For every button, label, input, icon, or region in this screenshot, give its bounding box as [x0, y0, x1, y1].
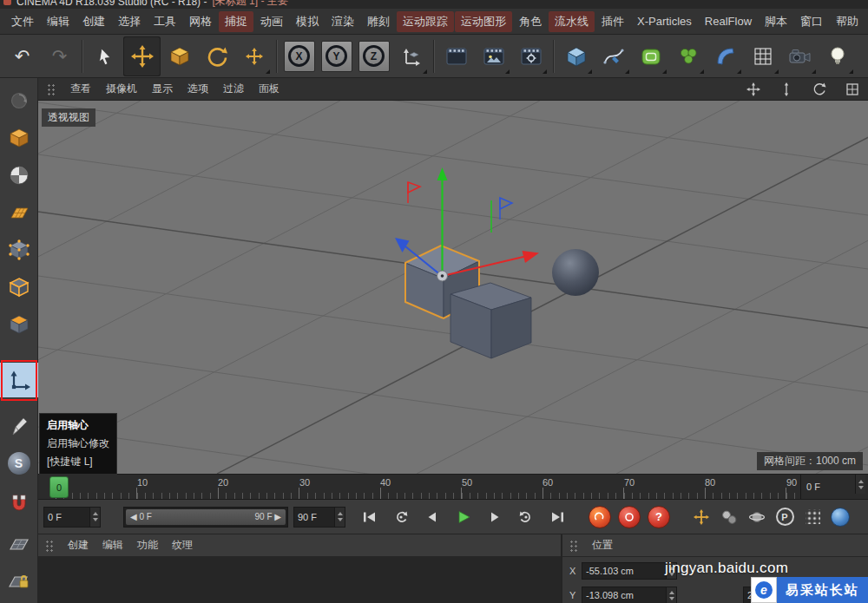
goto-end-button[interactable]: [542, 505, 573, 529]
texture-mode-button[interactable]: [0, 158, 38, 193]
viewport-menu-camera[interactable]: 摄像机: [106, 82, 137, 96]
lock-y-axis-button[interactable]: Y: [318, 36, 355, 76]
menu-item-script[interactable]: 脚本: [759, 11, 793, 32]
material-menu-create[interactable]: 创建: [68, 538, 89, 553]
viewport-solo-button[interactable]: [0, 409, 38, 443]
menu-item-mograph[interactable]: 运动图形: [455, 11, 512, 32]
material-menu-texture[interactable]: 纹理: [172, 538, 193, 553]
light-button[interactable]: [819, 36, 856, 76]
material-menu-function[interactable]: 功能: [137, 538, 158, 553]
menu-item-edit[interactable]: 编辑: [41, 11, 76, 32]
rotate-tool-button[interactable]: [198, 36, 235, 76]
undo-button[interactable]: ↶: [3, 36, 41, 76]
help-button[interactable]: ?: [648, 506, 670, 528]
menu-item-plugins[interactable]: 插件: [595, 11, 630, 32]
position-x-field[interactable]: -55.103 cm: [582, 562, 677, 580]
record-keyframe-button[interactable]: [589, 506, 611, 528]
menu-item-mesh[interactable]: 网格: [183, 11, 218, 32]
record-scale-button[interactable]: [718, 505, 740, 529]
goto-start-button[interactable]: [354, 505, 385, 529]
end-frame-field[interactable]: 90 F: [293, 507, 345, 528]
array-button[interactable]: [744, 36, 781, 76]
workplane-button[interactable]: [0, 527, 38, 561]
material-menu-edit[interactable]: 编辑: [102, 538, 123, 553]
ruler-frame-field[interactable]: 0 F: [800, 475, 868, 499]
viewport-toggle-button[interactable]: [843, 82, 861, 97]
viewport-menu-view[interactable]: 查看: [70, 82, 91, 96]
lock-workplane-button[interactable]: [0, 564, 38, 599]
last-used-tool-button[interactable]: [235, 36, 273, 76]
menu-item-tools[interactable]: 工具: [148, 11, 182, 32]
move-tool-button[interactable]: [123, 36, 161, 76]
viewport-canvas[interactable]: 透视视图 网格间距：1000 cm: [38, 101, 868, 474]
workplane-mode-button[interactable]: [0, 195, 38, 230]
subdivision-surface-button[interactable]: [632, 36, 669, 76]
viewport-zoom-button[interactable]: [777, 82, 795, 97]
goto-previous-frame-button[interactable]: [417, 505, 448, 529]
render-settings-button[interactable]: [512, 36, 549, 76]
record-parameter-button[interactable]: P: [773, 505, 796, 529]
record-position-button[interactable]: [690, 505, 713, 529]
play-button[interactable]: [448, 505, 479, 529]
menu-item-animate[interactable]: 动画: [254, 11, 289, 32]
goto-next-key-button[interactable]: [510, 505, 542, 529]
spline-pen-button[interactable]: [595, 36, 632, 76]
panel-drag-handle[interactable]: [569, 540, 578, 552]
viewport-menu-filter[interactable]: 过滤: [223, 82, 244, 96]
simulation-button[interactable]: S: [0, 446, 38, 481]
point-level-animation-button[interactable]: [801, 505, 824, 529]
current-frame-field[interactable]: 0 F: [43, 507, 101, 528]
preview-range-slider[interactable]: ◀ 0 F 90 F ▶: [123, 507, 288, 528]
live-selection-button[interactable]: [86, 36, 123, 76]
timeline-playhead[interactable]: 0: [49, 476, 69, 498]
menu-item-render[interactable]: 渲染: [326, 11, 360, 32]
stepper[interactable]: [334, 508, 345, 527]
material-list-area[interactable]: [38, 557, 561, 603]
lock-x-axis-button[interactable]: X: [280, 36, 318, 76]
stepper[interactable]: [855, 475, 865, 494]
timeline-ruler[interactable]: 0 10 20 30 40 50 60 70 80 90 0 0 F: [38, 474, 868, 500]
mograph-cloner-button[interactable]: [669, 36, 707, 76]
menu-item-pipeline[interactable]: 流水线: [549, 11, 595, 32]
menu-item-sculpt[interactable]: 雕刻: [361, 11, 396, 32]
coordinate-system-button[interactable]: [392, 36, 430, 76]
menu-item-character[interactable]: 角色: [513, 11, 548, 32]
viewport-pan-button[interactable]: [744, 82, 762, 97]
menu-item-realflow[interactable]: RealFlow: [699, 12, 758, 30]
render-view-button[interactable]: [437, 36, 475, 76]
viewport-menu-display[interactable]: 显示: [152, 82, 173, 96]
menu-item-xparticles[interactable]: X-Particles: [631, 12, 698, 30]
goto-next-frame-button[interactable]: [479, 505, 510, 529]
menu-item-snap[interactable]: 捕捉: [219, 11, 253, 32]
panel-drag-handle[interactable]: [45, 540, 54, 552]
render-picture-viewer-button[interactable]: [475, 36, 512, 76]
camera-button[interactable]: [781, 36, 819, 76]
menu-item-select[interactable]: 选择: [112, 11, 147, 32]
model-mode-button[interactable]: [0, 121, 38, 155]
autokeying-button[interactable]: [618, 506, 641, 528]
scale-tool-button[interactable]: [161, 36, 198, 76]
menu-item-window[interactable]: 窗口: [794, 11, 829, 32]
menu-item-create[interactable]: 创建: [76, 11, 111, 32]
viewport-menu-options[interactable]: 选项: [187, 82, 208, 96]
viewport-menu-panel[interactable]: 面板: [259, 82, 279, 96]
polygons-mode-button[interactable]: [0, 307, 38, 342]
menu-item-motion-tracker[interactable]: 运动跟踪: [397, 11, 454, 32]
snapping-button[interactable]: [0, 487, 38, 521]
stepper[interactable]: [89, 508, 100, 527]
edges-mode-button[interactable]: [0, 270, 38, 305]
deformer-button[interactable]: [707, 36, 744, 76]
lock-z-axis-button[interactable]: Z: [355, 36, 392, 76]
position-y-field[interactable]: -13.098 cm: [582, 587, 677, 603]
points-mode-button[interactable]: [0, 233, 38, 267]
menu-item-simulate[interactable]: 模拟: [290, 11, 325, 32]
make-editable-button[interactable]: [0, 83, 38, 118]
stepper[interactable]: [666, 587, 676, 603]
redo-button[interactable]: ↷: [41, 36, 78, 76]
primitive-cube-button[interactable]: [557, 36, 595, 76]
record-rotation-button[interactable]: [746, 505, 768, 529]
viewport-rotate-button[interactable]: [810, 82, 828, 97]
menu-item-file[interactable]: 文件: [5, 11, 40, 32]
keyframe-selection-button[interactable]: [829, 505, 852, 529]
goto-previous-key-button[interactable]: [385, 505, 417, 529]
